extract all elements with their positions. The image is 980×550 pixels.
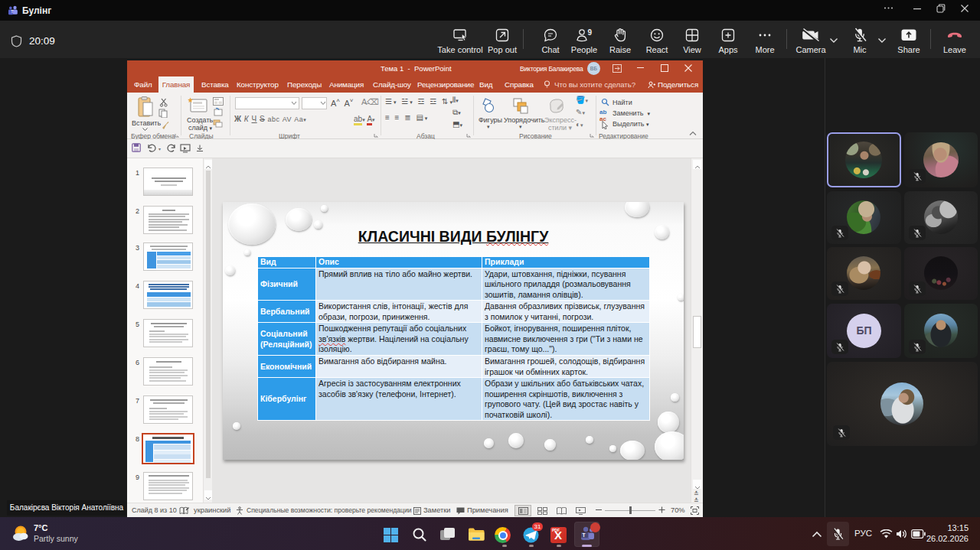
svg-text:T: T [583,532,586,538]
svg-text:9: 9 [588,28,593,37]
svg-text:T: T [11,9,14,14]
